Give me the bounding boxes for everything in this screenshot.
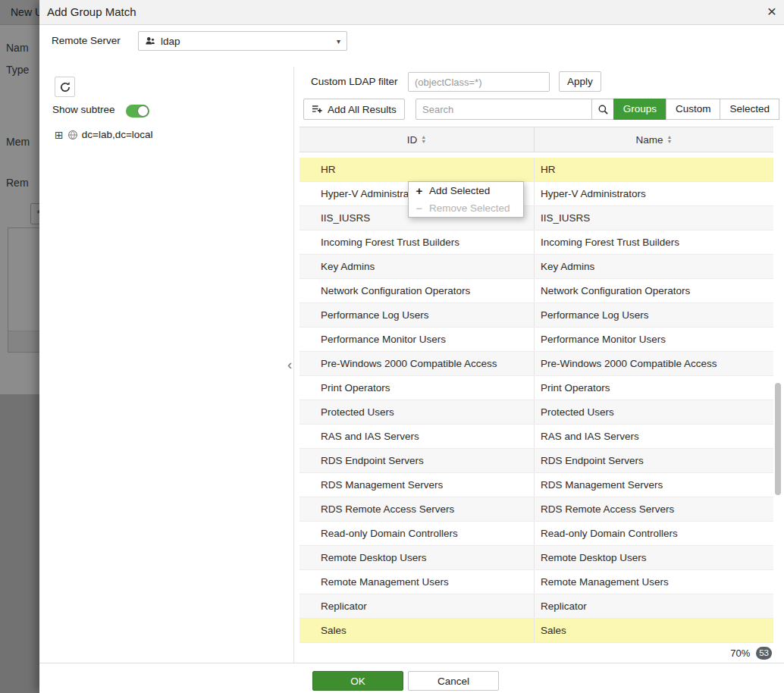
- refresh-button[interactable]: [55, 77, 75, 97]
- directory-icon: [67, 130, 78, 140]
- custom-ldap-filter-label: Custom LDAP filter: [311, 76, 398, 87]
- collapse-panel-icon[interactable]: ‹: [287, 356, 292, 373]
- row-id-cell[interactable]: Pre-Windows 2000 Compatible Access: [299, 352, 535, 375]
- tree-root-label: dc=lab,dc=local: [82, 129, 153, 140]
- chevron-down-icon: ▾: [337, 37, 340, 45]
- table-row[interactable]: Protected UsersProtected Users: [299, 400, 773, 425]
- ldap-filter-input[interactable]: [408, 72, 550, 92]
- row-id-cell[interactable]: Network Configuration Operators: [299, 279, 535, 303]
- table-row[interactable]: Performance Log UsersPerformance Log Use…: [299, 303, 773, 328]
- remote-server-dropdown[interactable]: ldap ▾: [138, 31, 347, 51]
- row-name-cell[interactable]: Remote Desktop Users: [535, 546, 773, 569]
- sort-icon: ▲▼: [667, 135, 673, 144]
- tree-expand-icon[interactable]: ⊞: [55, 130, 64, 140]
- panel-divider: [293, 67, 294, 663]
- dialog-header: [39, 0, 784, 25]
- row-name-cell[interactable]: Performance Monitor Users: [535, 328, 773, 351]
- row-name-cell[interactable]: HR: [535, 158, 773, 181]
- table-row[interactable]: RDS Management ServersRDS Management Ser…: [299, 473, 773, 497]
- table-row[interactable]: ReplicatorReplicator: [299, 594, 773, 619]
- row-id-cell[interactable]: Sales: [299, 619, 535, 642]
- row-id-cell[interactable]: Print Operators: [299, 376, 535, 400]
- apply-button[interactable]: Apply: [559, 71, 601, 92]
- table-row[interactable]: RDS Remote Access ServersRDS Remote Acce…: [299, 497, 773, 522]
- remote-server-value: ldap: [161, 36, 331, 47]
- table-row[interactable]: Incoming Forest Trust BuildersIncoming F…: [299, 230, 773, 255]
- row-id-cell[interactable]: Read-only Domain Controllers: [299, 522, 535, 545]
- row-name-cell[interactable]: Performance Log Users: [535, 303, 773, 327]
- row-id-cell[interactable]: RDS Endpoint Servers: [299, 449, 535, 472]
- row-id-cell[interactable]: RAS and IAS Servers: [299, 425, 535, 448]
- scroll-percent: 70%: [730, 648, 750, 659]
- table-row[interactable]: Read-only Domain ControllersRead-only Do…: [299, 522, 773, 546]
- close-icon[interactable]: ×: [767, 0, 776, 23]
- row-name-cell[interactable]: RDS Management Servers: [535, 473, 773, 497]
- table-row[interactable]: IIS_IUSRSIIS_IUSRS: [299, 206, 773, 230]
- cancel-button[interactable]: Cancel: [408, 671, 499, 691]
- row-id-cell[interactable]: RDS Management Servers: [299, 473, 535, 497]
- context-menu: +Add Selected−Remove Selected: [408, 181, 524, 218]
- row-id-cell[interactable]: Performance Monitor Users: [299, 328, 535, 351]
- table-row[interactable]: Print OperatorsPrint Operators: [299, 376, 773, 400]
- table-row[interactable]: RAS and IAS ServersRAS and IAS Servers: [299, 425, 773, 449]
- row-id-cell[interactable]: Performance Log Users: [299, 303, 535, 327]
- row-name-cell[interactable]: Sales: [535, 619, 773, 642]
- row-name-cell[interactable]: Remote Management Users: [535, 570, 773, 594]
- group-table-body: HRHRHyper-V AdministratorsHyper-V Admini…: [299, 158, 773, 643]
- search-button[interactable]: [591, 99, 614, 120]
- row-name-cell[interactable]: RDS Remote Access Servers: [535, 497, 773, 521]
- add-group-match-dialog: Add Group Match × Remote Server ldap ▾ ‹…: [39, 0, 784, 693]
- table-row[interactable]: Performance Monitor UsersPerformance Mon…: [299, 328, 773, 352]
- minus-icon: −: [415, 202, 424, 215]
- vertical-scrollbar[interactable]: [775, 383, 781, 495]
- row-id-cell[interactable]: Protected Users: [299, 400, 535, 424]
- table-row[interactable]: Pre-Windows 2000 Compatible AccessPre-Wi…: [299, 352, 773, 376]
- tab-selected[interactable]: Selected: [720, 99, 779, 120]
- add-all-results-button[interactable]: Add All Results: [303, 99, 405, 120]
- context-menu-item-add-selected[interactable]: +Add Selected: [409, 182, 523, 199]
- row-name-cell[interactable]: Incoming Forest Trust Builders: [535, 230, 773, 254]
- row-name-cell[interactable]: Network Configuration Operators: [535, 279, 773, 303]
- row-name-cell[interactable]: Read-only Domain Controllers: [535, 522, 773, 545]
- dialog-footer: OK Cancel: [39, 663, 784, 693]
- context-menu-item-label: Add Selected: [429, 185, 490, 196]
- row-name-cell[interactable]: RDS Endpoint Servers: [535, 449, 773, 472]
- table-row[interactable]: HRHR: [299, 158, 773, 182]
- row-id-cell[interactable]: Replicator: [299, 594, 535, 618]
- row-name-cell[interactable]: Hyper-V Administrators: [535, 182, 773, 205]
- row-name-cell[interactable]: IIS_IUSRS: [535, 206, 773, 230]
- tab-custom[interactable]: Custom: [666, 99, 721, 120]
- table-row[interactable]: Key AdminsKey Admins: [299, 255, 773, 279]
- result-count-badge: 53: [756, 647, 772, 660]
- column-header-id[interactable]: ID ▲▼: [299, 127, 535, 152]
- row-name-cell[interactable]: Replicator: [535, 594, 773, 618]
- table-row[interactable]: RDS Endpoint ServersRDS Endpoint Servers: [299, 449, 773, 473]
- search-icon: [597, 104, 609, 115]
- row-id-cell[interactable]: RDS Remote Access Servers: [299, 497, 535, 521]
- row-id-cell[interactable]: Incoming Forest Trust Builders: [299, 230, 535, 254]
- tab-groups[interactable]: Groups: [613, 99, 666, 120]
- table-row[interactable]: Remote Management UsersRemote Management…: [299, 570, 773, 594]
- row-id-cell[interactable]: HR: [299, 158, 535, 181]
- context-menu-item-label: Remove Selected: [429, 202, 510, 214]
- show-subtree-toggle[interactable]: [126, 105, 149, 118]
- row-name-cell[interactable]: Print Operators: [535, 376, 773, 400]
- search-input[interactable]: [416, 99, 592, 120]
- table-row[interactable]: Hyper-V AdministratorsHyper-V Administra…: [299, 182, 773, 206]
- ok-button[interactable]: OK: [312, 671, 403, 691]
- show-subtree-label: Show subtree: [52, 104, 115, 115]
- table-row[interactable]: SalesSales: [299, 619, 773, 643]
- row-name-cell[interactable]: Pre-Windows 2000 Compatible Access: [535, 352, 773, 375]
- row-name-cell[interactable]: Protected Users: [535, 400, 773, 424]
- column-header-name[interactable]: Name ▲▼: [535, 127, 773, 152]
- row-id-cell[interactable]: Remote Desktop Users: [299, 546, 535, 569]
- row-id-cell[interactable]: Remote Management Users: [299, 570, 535, 594]
- toggle-knob: [137, 105, 149, 117]
- table-header: ID ▲▼ Name ▲▼: [299, 127, 773, 152]
- row-name-cell[interactable]: Key Admins: [535, 255, 773, 278]
- row-id-cell[interactable]: Key Admins: [299, 255, 535, 278]
- row-name-cell[interactable]: RAS and IAS Servers: [535, 425, 773, 448]
- table-row[interactable]: Network Configuration OperatorsNetwork C…: [299, 279, 773, 303]
- tree-root-node[interactable]: ⊞ dc=lab,dc=local: [55, 129, 153, 140]
- table-row[interactable]: Remote Desktop UsersRemote Desktop Users: [299, 546, 773, 570]
